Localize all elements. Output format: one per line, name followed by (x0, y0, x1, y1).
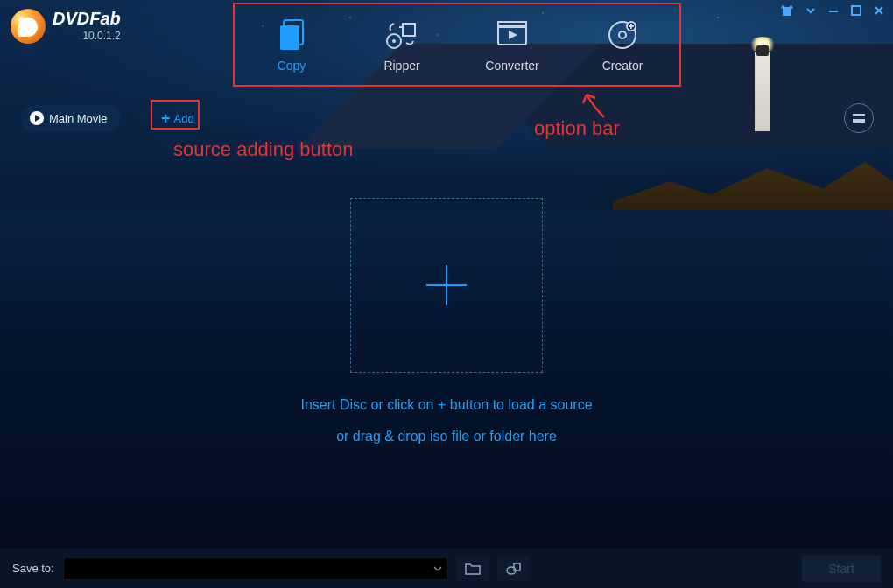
main-movie-label: Main Movie (49, 112, 107, 125)
dropdown-icon[interactable] (805, 5, 816, 18)
tab-copy-label: Copy (252, 59, 331, 73)
add-label: Add (174, 112, 194, 125)
drop-zone[interactable] (350, 198, 543, 373)
iso-button[interactable] (497, 557, 529, 580)
start-button[interactable]: Start (802, 556, 881, 582)
hint-line-1: Insert Disc or click on + button to load… (0, 397, 893, 413)
tab-converter-label: Converter (473, 59, 552, 73)
tab-copy[interactable]: Copy (252, 17, 331, 73)
iso-icon (505, 562, 521, 576)
save-path-select[interactable] (63, 557, 448, 580)
footer-bar: Save to: Start (0, 549, 893, 588)
hamburger-icon (853, 114, 865, 122)
tab-ripper-label: Ripper (362, 59, 441, 73)
add-source-button[interactable]: + Add (156, 105, 205, 131)
svg-rect-0 (829, 10, 838, 12)
app-logo: DVDFab 10.0.1.2 (11, 9, 121, 44)
tab-creator[interactable]: Creator (583, 17, 662, 73)
play-icon (30, 111, 44, 125)
main-movie-button[interactable]: Main Movie (21, 105, 121, 131)
large-plus-icon (426, 265, 467, 305)
svg-rect-13 (514, 564, 520, 570)
annotation-source-text: source adding button (173, 138, 354, 161)
option-bar: Copy Ripper Converter Creator (236, 7, 678, 82)
svg-rect-6 (403, 24, 415, 36)
svg-rect-1 (852, 6, 861, 15)
svg-point-5 (392, 39, 396, 43)
window-controls (781, 5, 884, 18)
creator-icon (583, 17, 662, 53)
maximize-icon[interactable] (851, 5, 861, 18)
folder-icon (465, 563, 481, 575)
svg-point-10 (619, 32, 626, 38)
converter-icon (473, 17, 552, 53)
menu-button[interactable] (844, 103, 874, 133)
start-label: Start (828, 562, 854, 576)
tab-ripper[interactable]: Ripper (362, 17, 441, 73)
plus-icon: + (161, 109, 171, 128)
hint-line-2: or drag & drop iso file or folder here (0, 429, 893, 444)
tab-converter[interactable]: Converter (473, 17, 552, 73)
tab-creator-label: Creator (583, 59, 662, 73)
logo-badge-icon (11, 9, 46, 44)
skin-icon[interactable] (781, 5, 793, 18)
ripper-icon (362, 17, 441, 53)
annotation-arrow-icon (578, 88, 613, 122)
save-to-label: Save to: (12, 562, 54, 575)
minimize-icon[interactable] (828, 5, 839, 18)
close-icon[interactable] (874, 5, 884, 18)
browse-folder-button[interactable] (457, 557, 489, 580)
background-lighthouse (755, 52, 770, 131)
copy-icon (252, 17, 331, 53)
chevron-down-icon (433, 564, 442, 573)
app-name: DVDFab (53, 9, 121, 28)
app-version: 10.0.1.2 (53, 30, 121, 42)
